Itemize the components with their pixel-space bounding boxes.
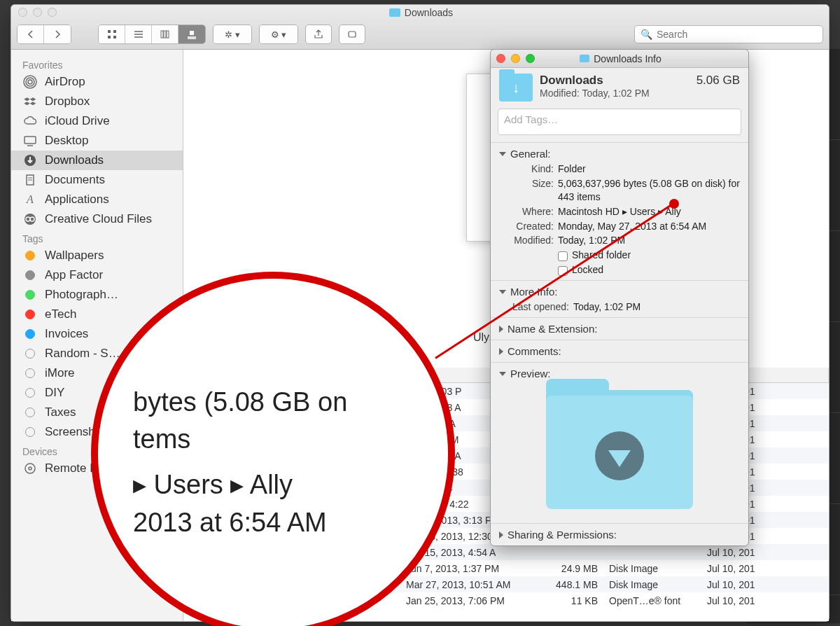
cloud-icon (22, 113, 38, 129)
close-button[interactable] (18, 8, 27, 17)
maximize-button[interactable] (48, 8, 57, 17)
file-row[interactable]: minimal.otfJan 25, 2013, 7:06 PM11 KBOpe… (183, 592, 829, 608)
airdrop-icon (22, 74, 38, 90)
share-button[interactable] (305, 25, 332, 44)
sidebar-item-diy[interactable]: DIY (11, 383, 183, 403)
sidebar-item-airdrop[interactable]: AirDrop (11, 72, 183, 92)
tags-input[interactable]: Add Tags… (498, 109, 741, 135)
preview-section-header[interactable]: Preview: (499, 366, 740, 382)
search-field[interactable]: 🔍 (634, 25, 823, 43)
name-ext-label: Name & Extension: (507, 323, 597, 335)
gear-icon[interactable]: ✲ ▾ (214, 25, 251, 43)
view-buttons (98, 25, 206, 44)
forward-button[interactable] (44, 25, 71, 43)
file-row[interactable]: installgo…drive.dmgJun 7, 2013, 1:37 PM2… (183, 560, 829, 576)
disclosure-icon (499, 326, 503, 333)
search-icon: 🔍 (640, 29, 652, 40)
svg-rect-13 (349, 32, 356, 37)
window-title: Downloads (57, 7, 785, 18)
sidebar-item-label: Dropbox (45, 95, 90, 109)
kind-label: Kind: (499, 162, 554, 176)
sidebar-item-label: DIY (45, 386, 64, 400)
icon-view-button[interactable] (99, 25, 125, 43)
tag-dot-icon (22, 307, 38, 322)
created-value: Monday, May 27, 2013 at 6:54 AM (558, 220, 740, 233)
sidebar-item-taxes[interactable]: Taxes (11, 403, 183, 422)
sidebar-item-icloud-drive[interactable]: iCloud Drive (11, 111, 183, 131)
comments-section-header[interactable]: Comments: (499, 343, 740, 359)
info-title-text: Downloads Info (594, 53, 662, 64)
sidebar-item-label: Applications (45, 193, 109, 207)
sidebar-item-screenshots[interactable]: Screenshots (11, 422, 183, 442)
sidebar-item-label: iCloud Drive (45, 114, 110, 128)
info-close-button[interactable] (496, 54, 505, 63)
sidebar-item-documents[interactable]: Documents (11, 170, 183, 190)
shared-checkbox[interactable] (558, 251, 568, 261)
file-icon (189, 563, 200, 574)
tag-button[interactable] (339, 25, 365, 44)
search-input[interactable] (657, 29, 817, 40)
folder-icon (389, 8, 400, 17)
svg-text:A: A (26, 193, 34, 205)
sidebar-item-applications[interactable]: AApplications (11, 190, 183, 209)
sidebar-item-etech[interactable]: eTech (11, 305, 183, 324)
sidebar-item-imore[interactable]: iMore (11, 363, 183, 383)
file-date-added: Jul 10, 201 (701, 547, 829, 558)
name-column-header[interactable]: Name (183, 368, 400, 382)
shared-label: Shared folder (572, 249, 631, 260)
sidebar-item-downloads[interactable]: Downloads (11, 151, 183, 170)
sidebar-item-creative-cloud-files[interactable]: Creative Cloud Files (11, 209, 183, 229)
info-folder-name: Downloads (540, 74, 650, 88)
size-value: 5,063,637,996 bytes (5.08 GB on disk) fo… (558, 177, 740, 204)
disc-icon (22, 461, 38, 476)
file-date: Jun 15, 2013, 4:54 A (400, 547, 533, 558)
file-date: Jun 7, 2013, 1:37 PM (400, 563, 533, 574)
info-maximize-button[interactable] (526, 54, 535, 63)
action-dropdown[interactable]: ⚙ ▾ (259, 25, 298, 44)
general-section-header[interactable]: General: (499, 146, 740, 162)
file-row[interactable]: Jun 15, 2013, 4:54 AJul 10, 201 (183, 544, 829, 560)
sidebar-item-label: Documents (45, 173, 105, 187)
svg-point-28 (29, 467, 31, 470)
info-size: 5.06 GB (696, 74, 740, 102)
tag-dot-icon (22, 326, 38, 342)
coverflow-view-button[interactable] (178, 25, 205, 43)
locked-label: Locked (572, 264, 603, 275)
minimize-button[interactable] (33, 8, 42, 17)
svg-rect-2 (108, 36, 111, 39)
info-minimize-button[interactable] (511, 54, 520, 63)
sidebar-item-label: eTech (45, 307, 76, 321)
tag-dot-icon (22, 267, 38, 283)
action-icon[interactable]: ⚙ ▾ (260, 25, 298, 43)
name-ext-section-header[interactable]: Name & Extension: (499, 321, 740, 337)
file-size: 448.1 MB (533, 579, 603, 590)
sidebar-item-wallpapers[interactable]: Wallpapers (11, 246, 183, 265)
sidebar-item-photograph-[interactable]: Photograph… (11, 285, 183, 305)
file-row[interactable]: Lightroo…_4_4.dmgMar 27, 2013, 10:51 AM4… (183, 576, 829, 592)
sidebar-item-dropbox[interactable]: Dropbox (11, 92, 183, 111)
sidebar-item-random-s-[interactable]: Random - S… (11, 344, 183, 363)
locked-checkbox[interactable] (558, 266, 568, 276)
sidebar: FavoritesAirDropDropboxiCloud DriveDeskt… (11, 50, 183, 621)
sidebar-item-invoices[interactable]: Invoices (11, 324, 183, 344)
tag-dot-icon (22, 346, 38, 361)
downloads-folder-icon (499, 74, 533, 102)
disclosure-icon (499, 372, 506, 376)
list-view-button[interactable] (125, 25, 152, 43)
dropbox-icon (22, 94, 38, 109)
svg-point-15 (26, 78, 34, 86)
sidebar-item-desktop[interactable]: Desktop (11, 131, 183, 151)
more-info-section-header[interactable]: More Info: (499, 284, 740, 300)
info-modified-subtitle: Modified: Today, 1:02 PM (540, 88, 650, 99)
cc-icon (22, 211, 38, 227)
tag-dot-icon (22, 424, 38, 440)
sidebar-item-label: AirDrop (45, 75, 85, 89)
sidebar-item-remote-disc[interactable]: Remote Disc (11, 459, 183, 478)
back-button[interactable] (18, 25, 44, 43)
svg-rect-9 (167, 31, 169, 38)
more-info-label: More Info: (510, 286, 558, 298)
sidebar-item-app-factor[interactable]: App Factor (11, 265, 183, 285)
arrange-dropdown[interactable]: ✲ ▾ (213, 25, 252, 44)
column-view-button[interactable] (152, 25, 178, 43)
sharing-section-header[interactable]: Sharing & Permissions: (499, 527, 740, 543)
